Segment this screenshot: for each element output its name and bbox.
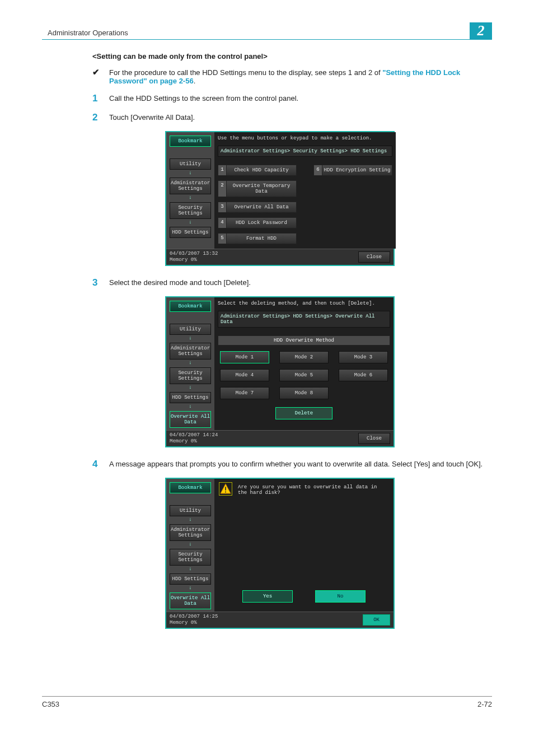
opt-overwrite-temp-data[interactable]: Overwrite Temporary Data <box>226 180 297 197</box>
chevron-down-icon: ↓ <box>189 405 191 408</box>
screenshot-hdd-settings: Bookmark Utility ↓ Administrator Setting… <box>165 131 395 266</box>
nav-utility[interactable]: Utility <box>170 158 211 170</box>
chevron-down-icon: ↓ <box>189 171 191 175</box>
nav-overwrite-all-data[interactable]: Overwrite All Data <box>170 592 211 609</box>
step-number-2: 2 <box>92 112 109 123</box>
chevron-down-icon: ↓ <box>189 196 191 199</box>
mode-3-button[interactable]: Mode 3 <box>339 351 388 363</box>
panel2-breadcrumb: Administrator Settings> HDD Settings> Ov… <box>218 311 390 328</box>
panel3-datetime: 04/03/2007 14:25 <box>170 614 218 620</box>
chevron-down-icon: ↓ <box>189 586 191 590</box>
opt-hdd-lock-password[interactable]: HDD Lock Password <box>226 217 297 228</box>
opt-overwrite-all-data[interactable]: Overwrite All Data <box>226 202 297 213</box>
step-4-text: A message appears that prompts you to co… <box>109 459 492 470</box>
nav-overwrite-all-data[interactable]: Overwrite All Data <box>170 411 211 428</box>
nav-security-settings[interactable]: Security Settings <box>170 367 211 384</box>
section-title: <Setting can be made only from the contr… <box>92 52 492 60</box>
close-button[interactable]: Close <box>358 251 390 263</box>
opt-format-hdd[interactable]: Format HDD <box>226 233 297 244</box>
yes-button[interactable]: Yes <box>242 590 293 603</box>
bookmark-button[interactable]: Bookmark <box>170 136 211 147</box>
nav-admin-settings[interactable]: Administrator Settings <box>170 524 211 541</box>
method-title: HDD Overwrite Method <box>218 335 390 346</box>
panel3-memory: Memory 0% <box>170 620 218 626</box>
mode-7-button[interactable]: Mode 7 <box>220 387 269 399</box>
screenshot-confirm-overwrite: Bookmark Utility ↓ Administrator Setting… <box>165 478 395 629</box>
chevron-down-icon: ↓ <box>189 543 191 546</box>
opt-hdd-encryption[interactable]: HDD Encryption Setting <box>322 165 392 176</box>
step-number-4: 4 <box>92 459 109 470</box>
step-3-text: Select the desired mode and touch [Delet… <box>109 277 492 288</box>
nav-hdd-settings[interactable]: HDD Settings <box>170 227 211 238</box>
mode-8-button[interactable]: Mode 8 <box>279 387 329 399</box>
nav-admin-settings[interactable]: Administrator Settings <box>170 178 211 194</box>
mode-2-button[interactable]: Mode 2 <box>279 351 329 363</box>
running-head-title: Administrator Operations <box>42 29 128 39</box>
bookmark-button[interactable]: Bookmark <box>170 482 211 493</box>
panel1-memory: Memory 0% <box>170 257 218 263</box>
panel2-datetime: 04/03/2007 14:24 <box>170 432 218 438</box>
mode-1-button[interactable]: Mode 1 <box>220 351 269 363</box>
footer-model: C353 <box>42 700 59 708</box>
screenshot-overwrite-method: Bookmark Utility ↓ Administrator Setting… <box>165 296 395 447</box>
bookmark-button[interactable]: Bookmark <box>170 301 211 312</box>
panel1-datetime: 04/03/2007 13:32 <box>170 251 218 257</box>
svg-rect-2 <box>225 492 226 493</box>
nav-utility[interactable]: Utility <box>170 324 211 335</box>
mode-5-button[interactable]: Mode 5 <box>279 369 329 381</box>
ok-button[interactable]: OK <box>363 614 390 626</box>
step-1-text: Call the HDD Settings to the screen from… <box>109 93 492 104</box>
nav-utility[interactable]: Utility <box>170 505 211 516</box>
panel1-breadcrumb: Administrator Settings> Security Setting… <box>218 146 392 157</box>
nav-security-settings[interactable]: Security Settings <box>170 549 211 566</box>
nav-hdd-settings[interactable]: HDD Settings <box>170 573 211 585</box>
panel2-instruction: Select the deleting method, and then tou… <box>218 301 390 306</box>
opt-check-hdd-capacity[interactable]: Check HDD Capacity <box>226 165 297 176</box>
chevron-down-icon: ↓ <box>189 386 191 389</box>
panel1-instruction: Use the menu buttons or keypad to make a… <box>218 136 392 141</box>
step-number-3: 3 <box>92 277 109 288</box>
chevron-down-icon: ↓ <box>189 518 191 521</box>
nav-admin-settings[interactable]: Administrator Settings <box>170 343 211 360</box>
close-button[interactable]: Close <box>358 433 390 444</box>
chevron-down-icon: ↓ <box>189 567 191 571</box>
delete-button[interactable]: Delete <box>275 407 332 419</box>
mode-6-button[interactable]: Mode 6 <box>339 369 388 381</box>
warning-icon <box>219 482 232 496</box>
panel2-memory: Memory 0% <box>170 438 218 445</box>
chevron-down-icon: ↓ <box>189 221 191 224</box>
step-number-1: 1 <box>92 93 109 104</box>
chevron-down-icon: ↓ <box>189 361 191 365</box>
step-2-text: Touch [Overwrite All Data]. <box>109 112 492 123</box>
chapter-number: 2 <box>470 22 492 39</box>
mode-4-button[interactable]: Mode 4 <box>220 369 269 381</box>
chevron-down-icon: ↓ <box>189 337 191 340</box>
nav-hdd-settings[interactable]: HDD Settings <box>170 392 211 403</box>
svg-rect-1 <box>225 487 226 490</box>
checkmark-icon: ✔ <box>92 67 109 85</box>
note-text: For the procedure to call the HDD Settin… <box>109 67 492 85</box>
nav-security-settings[interactable]: Security Settings <box>170 202 211 219</box>
no-button[interactable]: No <box>315 590 366 603</box>
footer-page: 2-72 <box>477 700 492 708</box>
confirm-message: Are you sure you want to overwrite all d… <box>238 482 389 496</box>
